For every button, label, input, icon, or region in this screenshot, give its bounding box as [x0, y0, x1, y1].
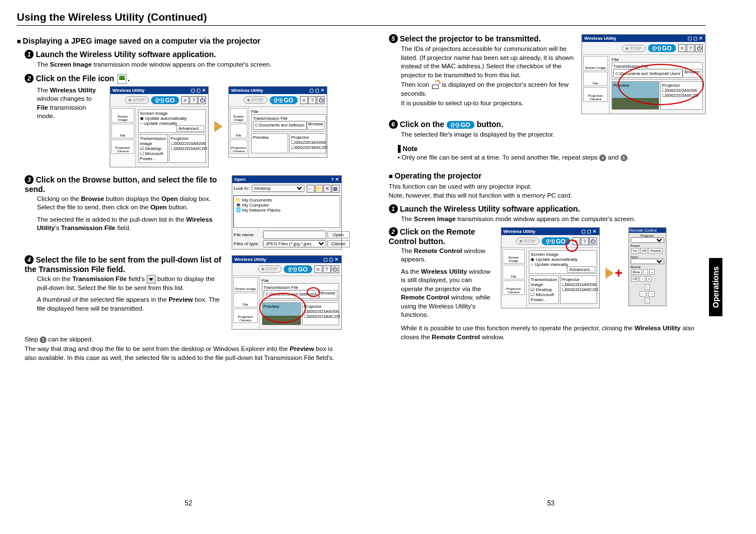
page-number-right: 53 — [547, 499, 555, 507]
step-2: 2Click on the File icon . The Wireless U… — [25, 74, 342, 167]
remote-projector-select[interactable] — [631, 237, 664, 243]
step-3: 3Click on the Browse button, and select … — [25, 175, 342, 250]
wireless-utility-projector-select: Wireless Utility▢ ▢ ✕ ■ STOP GO ≡?⏻ Scre… — [581, 34, 706, 114]
remote-right[interactable]: → — [648, 291, 655, 297]
step-badge-5: 5 — [389, 34, 398, 43]
section-display-jpeg: Displaying a JPEG image saved on a compu… — [17, 36, 342, 45]
remote-vol-down[interactable]: − — [643, 269, 649, 275]
signal-icon — [431, 81, 440, 89]
step2-body: The Wireless Utility window changes to F… — [37, 86, 104, 121]
go-button-inline: GO — [447, 121, 475, 129]
lookin-select[interactable]: Desktop — [252, 185, 304, 192]
note-block: Note • Only one file can be sent at a ti… — [398, 145, 706, 162]
transmission-file-input[interactable] — [253, 121, 307, 130]
step1-body: The Screen Image transmission mode windo… — [37, 60, 342, 69]
page-title: Using the Wireless Utility (Continued) — [17, 11, 706, 26]
note-bar-icon — [398, 145, 401, 153]
remote-mute[interactable]: Mute — [631, 269, 642, 275]
remote-up[interactable]: ↑ — [645, 284, 650, 290]
step-5: 5Select the projector to be transmitted.… — [389, 34, 706, 114]
filename-input[interactable] — [263, 231, 326, 239]
file-icon — [118, 74, 126, 84]
remote-left[interactable]: ← — [640, 291, 646, 297]
browse-button[interactable]: Browse — [307, 121, 325, 130]
tiny-step-4: 4 — [599, 154, 606, 161]
wireless-utility-screen-image-window: Wireless Utility▢ ▢ ✕ ■ STOP GO ≡?⏻ Scre… — [110, 86, 209, 167]
section-operating-projector: Operating the projector — [389, 171, 706, 180]
advanced-button[interactable]: Advanced... — [176, 125, 204, 132]
page-number-left: 52 — [185, 499, 192, 507]
remote-input-select[interactable] — [631, 259, 664, 264]
remote-freeze[interactable]: Freeze — [649, 248, 663, 254]
power-icon[interactable]: ⏻ — [198, 96, 206, 104]
filetype-select[interactable]: JPEG Files (*.jpg,*.jpe) — [263, 240, 326, 247]
sidebar-projection-camera[interactable]: Projection Camera — [111, 139, 134, 154]
sidebar-screen-image[interactable]: Screen Image — [111, 108, 134, 123]
remote-vol-up[interactable]: + — [649, 269, 655, 275]
step-badge-3: 3 — [25, 175, 34, 184]
tiny-step-3: 3 — [40, 336, 46, 343]
wireless-utility-window-2: Wireless Utility▢ ▢ ✕ ■ STOP GO ≡?⏻ Scre… — [501, 227, 600, 308]
plus-icon: + — [615, 265, 623, 281]
right-column: 5Select the projector to be transmitted.… — [381, 34, 706, 362]
go-button[interactable]: GO — [151, 96, 179, 104]
remote-down[interactable]: ↓ — [645, 298, 650, 303]
step-4: 4Select the file to be sent from the pul… — [25, 255, 342, 330]
left-column: Displaying a JPEG image saved on a compu… — [17, 34, 342, 362]
open-dialog: Open? ✕ Look in: Desktop ←📁✕▦ 📁 My Docum… — [232, 175, 342, 250]
r-step-2: 2Click on the Remote Control button. The… — [389, 227, 706, 341]
list-icon[interactable]: ≡ — [181, 96, 189, 104]
wireless-utility-file-window-annotated: Wireless Utility▢ ▢ ✕ ■ STOP GO ≡?⏻ Scre… — [232, 255, 342, 330]
side-tab-operations: Operations — [709, 258, 722, 316]
r-step-1: 1Launch the Wireless Utility software ap… — [389, 204, 706, 224]
arrow-icon — [214, 121, 223, 132]
sidebar-file[interactable]: File — [111, 124, 134, 138]
remote-on[interactable]: On — [631, 248, 639, 254]
dropdown-icon — [147, 275, 156, 284]
remote-off[interactable]: Off — [640, 248, 648, 254]
step-badge-2: 2 — [25, 74, 34, 83]
help-icon[interactable]: ? — [190, 96, 198, 104]
stop-button[interactable]: ■ STOP — [125, 96, 149, 104]
remote-control-window: Remote Control Projector Power OnOffFree… — [628, 227, 666, 306]
step-6: 6Click on the GO button. The selected fi… — [389, 120, 706, 139]
remote-off2[interactable]: Off — [631, 276, 639, 282]
step-badge-1: 1 — [25, 50, 34, 59]
open-button[interactable]: Open — [327, 231, 350, 238]
cancel-button[interactable]: Cancel — [327, 240, 350, 247]
arrow-icon — [605, 268, 614, 279]
tiny-step-6: 6 — [621, 154, 627, 161]
step-badge-6: 6 — [389, 120, 398, 129]
wireless-utility-file-window: Wireless Utility▢ ▢ ✕ ■ STOP GO ≡?⏻ Scre… — [228, 86, 327, 158]
step-1: 1Launch the Wireless Utility software ap… — [25, 50, 342, 69]
step-badge-4: 4 — [25, 255, 34, 264]
